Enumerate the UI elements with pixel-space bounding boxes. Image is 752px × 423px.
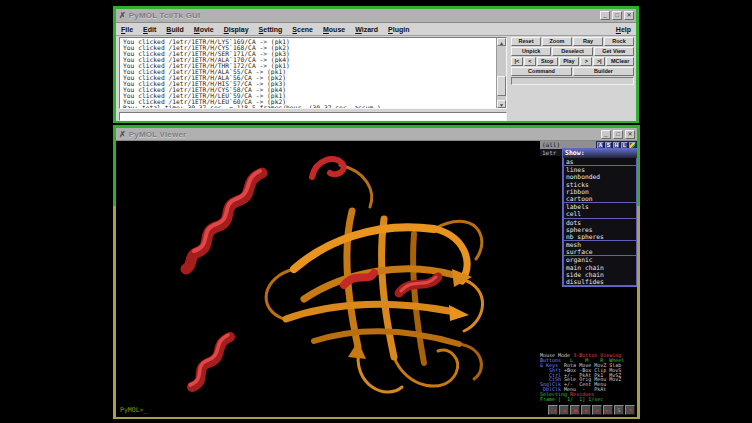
button-play[interactable]: Play <box>559 57 580 66</box>
show-menu-item-main-chain[interactable]: main chain <box>564 264 636 271</box>
show-menu-group-2: linesnonbondedsticksribboncartoon <box>563 166 637 203</box>
vcr-start-button[interactable]: |◀ <box>548 405 558 415</box>
menu-mouse[interactable]: Mouse <box>323 26 345 33</box>
menu-help[interactable]: Help <box>616 26 631 33</box>
console-frame: You clicked /1etr/1ETR/H/LYS`169/CA -> (… <box>119 37 507 109</box>
panel-entry[interactable] <box>511 77 634 85</box>
show-menu-item-surface[interactable]: surface <box>564 248 636 255</box>
button-reset[interactable]: Reset <box>511 37 541 46</box>
viewer-window-controls: _□✕ <box>601 130 635 139</box>
button-unpick[interactable]: Unpick <box>511 47 551 56</box>
button-ray[interactable]: Ray <box>573 37 603 46</box>
show-menu-item-nonbonded[interactable]: nonbonded <box>564 173 636 180</box>
button-[interactable]: < <box>524 57 536 66</box>
vcr-menu-button[interactable]: ▼ <box>625 405 635 415</box>
console-line: Ray: total time: 30.37 sec. = 118.5 fram… <box>123 105 496 108</box>
vcr-end-button[interactable]: ▶| <box>603 405 613 415</box>
show-menu-item-spheres[interactable]: spheres <box>564 226 636 233</box>
protein-cartoon <box>144 149 504 415</box>
vcr-forward-button[interactable]: ▶ <box>592 405 602 415</box>
desktop: ✗ PyMOL Tcl/Tk GUI _□✕ FileEditBuildMovi… <box>0 0 752 423</box>
button-builder[interactable]: Builder <box>573 67 634 76</box>
show-menu-item-sticks[interactable]: sticks <box>564 181 636 188</box>
maximize-button[interactable]: □ <box>612 11 622 20</box>
show-menu-title: Show: <box>563 149 637 158</box>
show-menu-item-cartoon[interactable]: cartoon <box>564 195 636 202</box>
vcr-back-button[interactable]: ◀ <box>559 405 569 415</box>
console-scrollbar[interactable]: ▲ ▼ <box>496 38 506 108</box>
show-menu-item-mesh[interactable]: mesh <box>564 241 636 248</box>
minimize-button[interactable]: _ <box>601 130 611 139</box>
show-menu-item-lines[interactable]: lines <box>564 166 636 173</box>
show-menu-item-side-chain[interactable]: side chain <box>564 271 636 278</box>
menu-wizard[interactable]: Wizard <box>355 26 378 33</box>
viewer-window-title: PyMOL Viewer <box>129 130 601 139</box>
console-output[interactable]: You clicked /1etr/1ETR/H/LYS`169/CA -> (… <box>120 38 496 108</box>
button-deselect[interactable]: Deselect <box>552 47 592 56</box>
border-accent <box>113 125 640 128</box>
button-row-1: ResetZoomRayRock <box>511 37 635 47</box>
maximize-button[interactable]: □ <box>613 130 623 139</box>
button-stop[interactable]: Stop <box>537 57 558 66</box>
menu-scene[interactable]: Scene <box>292 26 313 33</box>
show-menu-group-3: labelscell <box>563 203 637 218</box>
pymol-prompt[interactable]: PyMOL>_ <box>120 406 147 414</box>
button-row-4: CommandBuilder <box>511 67 635 77</box>
menu-file[interactable]: File <box>121 26 133 33</box>
show-menu-item-organic[interactable]: organic <box>564 256 636 263</box>
button-[interactable]: >| <box>593 57 605 66</box>
show-menu-item-disulfides[interactable]: disulfides <box>564 278 636 285</box>
close-button[interactable]: ✕ <box>624 11 634 20</box>
mouse-panel-segment: Frame [ 1/ 1] 1/sec <box>540 396 603 402</box>
show-menu-group-5: meshsurface <box>563 241 637 256</box>
show-menu-item-cell[interactable]: cell <box>564 210 636 217</box>
menu-plugin[interactable]: Plugin <box>388 26 409 33</box>
x11-logo-icon: ✗ <box>119 11 126 20</box>
button-get-view[interactable]: Get View <box>594 47 634 56</box>
vcr-s-button[interactable]: S <box>614 405 624 415</box>
mouse-mode-panel: Mouse Mode 3-Button ViewingButtons L M R… <box>540 353 635 402</box>
show-menu-item-nb-spheres[interactable]: nb_spheres <box>564 233 636 240</box>
show-menu-item-dots[interactable]: dots <box>564 219 636 226</box>
button-[interactable]: > <box>580 57 592 66</box>
viewer-titlebar[interactable]: ✗ PyMOL Viewer _□✕ <box>116 128 637 141</box>
movie-vcr-controls: |◀◀■▶▶▶|S▼ <box>548 405 635 415</box>
show-menu-item-ribbon[interactable]: ribbon <box>564 188 636 195</box>
show-menu-item-labels[interactable]: labels <box>564 203 636 210</box>
gui-content: You clicked /1etr/1ETR/H/LYS`169/CA -> (… <box>116 36 636 121</box>
menu-build[interactable]: Build <box>166 26 184 33</box>
button-zoom[interactable]: Zoom <box>542 37 572 46</box>
vcr-play-button[interactable]: ▶ <box>581 405 591 415</box>
show-popup-menu: Show: aslinesnonbondedsticksribboncartoo… <box>562 148 637 287</box>
show-menu-group-6: organicmain chainside chaindisulfides <box>563 256 637 286</box>
menu-movie[interactable]: Movie <box>194 26 214 33</box>
show-menu-groups: aslinesnonbondedsticksribboncartoonlabel… <box>563 158 637 286</box>
button-mclear[interactable]: MClear <box>606 57 634 66</box>
gui-menubar: FileEditBuildMovieDisplaySettingSceneMou… <box>116 23 636 36</box>
command-entry[interactable] <box>119 112 507 121</box>
gui-window-title: PyMOL Tcl/Tk GUI <box>129 11 600 20</box>
show-menu-group-4: dotsspheresnb_spheres <box>563 219 637 242</box>
gui-titlebar[interactable]: ✗ PyMOL Tcl/Tk GUI _□✕ <box>116 9 636 23</box>
button-[interactable]: |< <box>511 57 523 66</box>
3d-viewport[interactable]: (all) ASHLC 1etr Show: aslinesnonbondeds… <box>116 141 637 417</box>
scroll-down-icon[interactable]: ▼ <box>497 100 506 108</box>
x11-logo-icon: ✗ <box>119 130 126 139</box>
vcr-stop-button[interactable]: ■ <box>570 405 580 415</box>
gui-window-controls: _□✕ <box>600 11 634 20</box>
show-menu-item-as[interactable]: as <box>564 158 636 165</box>
scrollbar-thumb[interactable] <box>497 76 506 96</box>
scroll-up-icon[interactable]: ▲ <box>497 38 506 46</box>
menu-display[interactable]: Display <box>224 26 249 33</box>
button-command[interactable]: Command <box>511 67 572 76</box>
button-row-3: |<<StopPlay>>|MClear <box>511 57 635 67</box>
show-menu-group-1: as <box>563 158 637 166</box>
menu-setting[interactable]: Setting <box>259 26 283 33</box>
button-rock[interactable]: Rock <box>604 37 634 46</box>
menu-edit[interactable]: Edit <box>143 26 156 33</box>
border-accent <box>637 128 640 206</box>
control-button-panel: ResetZoomRayRockUnpickDeselectGet View|<… <box>511 37 635 85</box>
minimize-button[interactable]: _ <box>600 11 610 20</box>
close-button[interactable]: ✕ <box>625 130 635 139</box>
border-accent <box>113 128 116 206</box>
